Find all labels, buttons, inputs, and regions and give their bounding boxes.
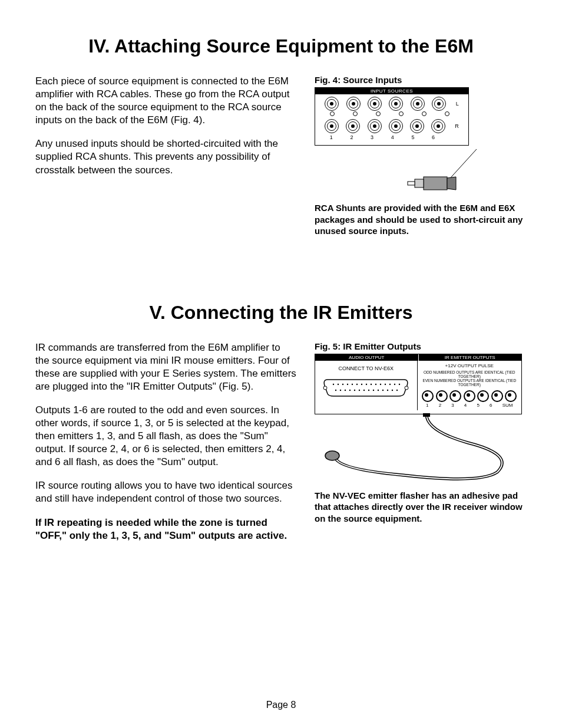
ir-port-icon <box>505 390 517 402</box>
svg-point-9 <box>356 383 358 384</box>
figure-5: Fig. 5: IR Emitter Outputs AUDIO OUTPUT … <box>315 341 527 553</box>
rca-jack-icon <box>431 119 445 133</box>
section-5-heading: V. Connecting the IR Emitters <box>35 302 527 324</box>
connect-label: CONNECT TO NV-E6X <box>318 365 415 371</box>
tied-even-label: EVEN NUMBERED OUTPUTS ARE IDENTICAL (TIE… <box>421 378 518 387</box>
ir-num: 6 <box>490 403 492 408</box>
svg-point-16 <box>389 383 391 384</box>
page-number: Page 8 <box>0 700 562 710</box>
ir-port-icon <box>449 390 461 402</box>
svg-point-18 <box>399 383 400 384</box>
svg-point-4 <box>333 383 334 384</box>
ir-num: 5 <box>477 403 479 408</box>
mount-hole-icon <box>422 111 427 116</box>
pulse-label: +12V OUTPUT PULSE <box>421 363 518 368</box>
svg-point-20 <box>340 389 341 390</box>
fig4-panel-label: INPUT SOURCES <box>315 88 468 94</box>
ir-port-icon <box>422 390 434 402</box>
fig5-panel: AUDIO OUTPUT IR EMITTER OUTPUTS CONNECT … <box>315 354 522 414</box>
svg-rect-3 <box>408 182 415 185</box>
svg-point-34 <box>405 386 408 390</box>
fig5-note: The NV-VEC emitter flasher has an adhesi… <box>315 490 527 525</box>
ir-num: 3 <box>451 403 454 408</box>
svg-point-21 <box>345 389 346 390</box>
svg-point-27 <box>373 389 374 390</box>
input-num: 1 <box>330 134 333 140</box>
svg-point-29 <box>382 389 384 390</box>
svg-point-7 <box>347 383 348 384</box>
rca-plug-icon <box>344 149 497 196</box>
rca-jack-icon <box>368 119 382 133</box>
svg-point-35 <box>325 451 339 460</box>
tied-odd-label: ODD NUMBERED OUTPUTS ARE IDENTICAL (TIED… <box>421 370 518 378</box>
svg-point-32 <box>396 389 398 390</box>
s4-paragraph-1: Each piece of source equipment is connec… <box>35 75 297 127</box>
svg-point-24 <box>359 389 360 390</box>
fig5-ir-section: +12V OUTPUT PULSE ODD NUMBERED OUTPUTS A… <box>418 361 522 410</box>
section-5-body: IR commands are transferred from the E6M… <box>35 341 527 553</box>
svg-rect-2 <box>415 179 424 187</box>
svg-point-5 <box>338 383 339 384</box>
section-4-body: Each piece of source equipment is connec… <box>35 75 527 237</box>
ir-num: SUM <box>503 403 513 408</box>
fig4-note: RCA Shunts are provided with the E6M and… <box>315 202 527 237</box>
rca-jack-icon <box>411 97 425 111</box>
ir-num: 1 <box>426 403 428 408</box>
svg-point-26 <box>368 389 369 390</box>
svg-point-23 <box>354 389 355 390</box>
input-num: 2 <box>350 134 353 140</box>
db25-connector-icon <box>322 375 410 398</box>
svg-point-6 <box>342 383 343 384</box>
s5-paragraph-3: IR source routing allows you to have two… <box>35 479 297 505</box>
svg-point-15 <box>385 383 386 384</box>
rca-jack-icon <box>368 97 382 111</box>
svg-line-0 <box>447 149 477 182</box>
ir-num: 4 <box>464 403 467 408</box>
svg-point-13 <box>375 383 376 384</box>
svg-point-10 <box>361 383 362 384</box>
ir-port-icon <box>477 390 489 402</box>
rca-jack-icon <box>346 119 360 133</box>
ir-port-icon <box>464 390 475 402</box>
svg-point-11 <box>366 383 367 384</box>
svg-point-14 <box>380 383 381 384</box>
svg-point-12 <box>371 383 372 384</box>
rca-jack-icon <box>325 97 339 111</box>
svg-point-19 <box>335 389 336 390</box>
rca-jack-icon <box>325 119 339 133</box>
mount-hole-icon <box>330 111 335 116</box>
rca-jack-icon <box>346 97 361 111</box>
rca-jack-icon <box>410 119 424 133</box>
ir-emitter-cable-icon <box>315 413 521 484</box>
svg-rect-1 <box>424 177 447 190</box>
left-channel-label: L <box>456 101 459 107</box>
fig4-caption: Fig. 4: Source Inputs <box>315 75 527 85</box>
svg-point-30 <box>387 389 388 390</box>
input-num: 6 <box>432 134 435 140</box>
rca-jack-icon <box>389 97 403 111</box>
s5-paragraph-4: If IR repeating is needed while the zone… <box>35 516 297 542</box>
ir-port-icon <box>436 390 448 402</box>
svg-point-25 <box>363 389 365 390</box>
fig4-panel: INPUT SOURCES L . <box>315 87 469 146</box>
svg-point-8 <box>352 383 353 384</box>
ir-port-icon <box>491 390 503 402</box>
svg-point-17 <box>394 383 395 384</box>
svg-point-33 <box>323 386 327 390</box>
figure-4: Fig. 4: Source Inputs INPUT SOURCES L . <box>315 75 527 237</box>
s5-paragraph-1: IR commands are transferred from the E6M… <box>35 341 297 393</box>
s5-paragraph-2: Outputs 1-6 are routed to the odd and ev… <box>35 404 297 469</box>
mount-hole-icon <box>376 111 381 116</box>
mount-hole-icon <box>445 111 449 116</box>
s4-paragraph-2: Any unused inputs should be shorted-circ… <box>35 137 297 176</box>
svg-point-31 <box>392 389 393 390</box>
mount-hole-icon <box>399 111 404 116</box>
svg-point-28 <box>378 389 379 390</box>
input-num: 3 <box>371 134 373 140</box>
input-num: 4 <box>391 134 394 140</box>
svg-point-22 <box>349 389 351 390</box>
right-channel-label: R <box>455 123 459 129</box>
ir-num: 2 <box>439 403 441 408</box>
svg-rect-36 <box>423 413 430 417</box>
section-5-text: IR commands are transferred from the E6M… <box>35 341 297 553</box>
